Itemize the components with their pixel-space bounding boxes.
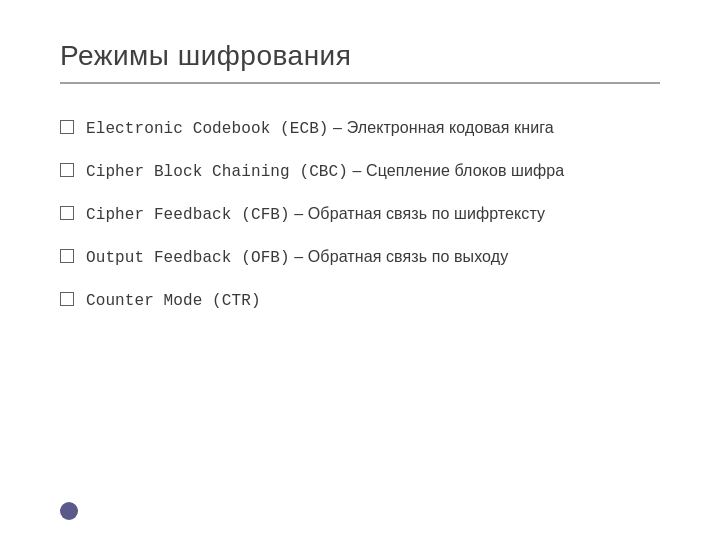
list-item: Output Feedback (OFB) – Обратная связь п… [60, 245, 660, 270]
bullet-list: Electronic Codebook (ECB) – Электронная … [60, 116, 660, 313]
list-item: Cipher Feedback (CFB) – Обратная связь п… [60, 202, 660, 227]
bullet-marker [60, 120, 74, 134]
bullet-text: Counter Mode (CTR) [86, 288, 261, 313]
bullet-marker [60, 206, 74, 220]
slide: Режимы шифрования Electronic Codebook (E… [0, 0, 720, 540]
title-divider [60, 82, 660, 84]
list-item: Electronic Codebook (ECB) – Электронная … [60, 116, 660, 141]
list-item: Cipher Block Chaining (CBC) – Сцепление … [60, 159, 660, 184]
bullet-marker [60, 163, 74, 177]
bullet-text: Cipher Block Chaining (CBC) – Сцепление … [86, 159, 564, 184]
bullet-text: Cipher Feedback (CFB) – Обратная связь п… [86, 202, 545, 227]
bullet-marker [60, 249, 74, 263]
slide-title: Режимы шифрования [60, 40, 660, 72]
list-item: Counter Mode (CTR) [60, 288, 660, 313]
bullet-text: Output Feedback (OFB) – Обратная связь п… [86, 245, 508, 270]
slide-number [60, 502, 78, 520]
bullet-text: Electronic Codebook (ECB) – Электронная … [86, 116, 554, 141]
bullet-marker [60, 292, 74, 306]
